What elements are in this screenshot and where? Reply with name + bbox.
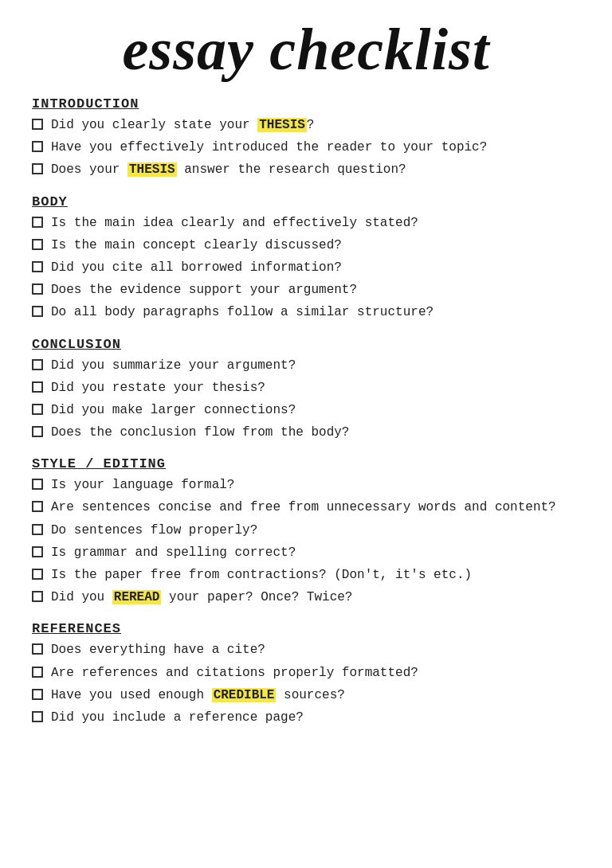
checklist-item-intro-2[interactable]: Have you effectively introduced the read… xyxy=(32,139,580,157)
checklist-item-intro-1[interactable]: Did you clearly state your THESIS? xyxy=(32,116,580,135)
sections-container: INTRODUCTIONDid you clearly state your T… xyxy=(32,96,580,727)
checklist-item-body-3[interactable]: Did you cite all borrowed information? xyxy=(32,259,580,277)
checklist-item-style-2[interactable]: Are sentences concise and free from unne… xyxy=(32,499,580,517)
checkbox-style-6[interactable] xyxy=(32,591,43,602)
checkbox-body-1[interactable] xyxy=(32,217,43,228)
checklist-item-body-5[interactable]: Do all body paragraphs follow a similar … xyxy=(32,303,580,322)
checkbox-conc-2[interactable] xyxy=(32,381,43,393)
checklist-item-conc-2[interactable]: Did you restate your thesis? xyxy=(32,379,580,397)
checklist-item-style-5[interactable]: Is the paper free from contractions? (Do… xyxy=(32,566,580,585)
section-title-style-editing: STYLE / EDITING xyxy=(32,456,166,471)
checklist-references: Does everything have a cite?Are referenc… xyxy=(32,641,580,727)
checklist-conclusion: Did you summarize your argument?Did you … xyxy=(32,357,580,443)
highlight-text: REREAD xyxy=(112,590,162,604)
checklist-item-ref-2[interactable]: Are references and citations properly fo… xyxy=(32,664,580,682)
item-text-body-4: Does the evidence support your argument? xyxy=(51,281,580,299)
checkbox-body-5[interactable] xyxy=(32,306,43,317)
checkbox-style-4[interactable] xyxy=(32,546,43,557)
checkbox-style-3[interactable] xyxy=(32,524,43,535)
checklist-item-ref-4[interactable]: Did you include a reference page? xyxy=(32,709,580,727)
item-text-intro-2: Have you effectively introduced the read… xyxy=(51,139,580,157)
item-text-ref-3: Have you used enough CREDIBLE sources? xyxy=(51,686,580,705)
checkbox-style-1[interactable] xyxy=(32,479,43,490)
section-body: BODYIs the main idea clearly and effecti… xyxy=(32,194,580,323)
checkbox-style-2[interactable] xyxy=(32,501,43,512)
checklist-item-ref-1[interactable]: Does everything have a cite? xyxy=(32,641,580,659)
item-text-style-6: Did you REREAD your paper? Once? Twice? xyxy=(51,588,580,607)
checkbox-intro-1[interactable] xyxy=(32,119,43,130)
checkbox-style-5[interactable] xyxy=(32,569,43,580)
item-text-intro-3: Does your THESIS answer the research que… xyxy=(51,161,580,179)
item-text-style-4: Is grammar and spelling correct? xyxy=(51,544,580,562)
section-title-references: REFERENCES xyxy=(32,621,121,636)
page-title: essay checklist xyxy=(32,16,580,84)
checkbox-conc-1[interactable] xyxy=(32,359,43,370)
checkbox-conc-3[interactable] xyxy=(32,404,43,415)
checkbox-body-4[interactable] xyxy=(32,283,43,295)
checkbox-intro-3[interactable] xyxy=(32,163,43,174)
item-text-style-2: Are sentences concise and free from unne… xyxy=(51,499,580,517)
highlight-text: CREDIBLE xyxy=(212,688,277,702)
checkbox-ref-3[interactable] xyxy=(32,689,43,700)
checkbox-conc-4[interactable] xyxy=(32,426,43,437)
section-conclusion: CONCLUSIONDid you summarize your argumen… xyxy=(32,337,580,443)
item-text-ref-2: Are references and citations properly fo… xyxy=(51,664,580,682)
checklist-item-ref-3[interactable]: Have you used enough CREDIBLE sources? xyxy=(32,686,580,705)
item-text-style-5: Is the paper free from contractions? (Do… xyxy=(51,566,580,585)
checklist-item-style-1[interactable]: Is your language formal? xyxy=(32,476,580,495)
checklist-introduction: Did you clearly state your THESIS?Have y… xyxy=(32,116,580,180)
item-text-conc-3: Did you make larger connections? xyxy=(51,401,580,420)
checklist-item-style-3[interactable]: Do sentences flow properly? xyxy=(32,522,580,540)
checklist-item-style-6[interactable]: Did you REREAD your paper? Once? Twice? xyxy=(32,588,580,607)
item-text-ref-4: Did you include a reference page? xyxy=(51,709,580,727)
section-title-conclusion: CONCLUSION xyxy=(32,337,121,352)
checkbox-ref-4[interactable] xyxy=(32,711,43,722)
item-text-body-5: Do all body paragraphs follow a similar … xyxy=(51,303,580,322)
checklist-body: Is the main idea clearly and effectively… xyxy=(32,214,580,323)
page-container: essay checklist INTRODUCTIONDid you clea… xyxy=(32,16,580,727)
checkbox-body-3[interactable] xyxy=(32,261,43,272)
section-introduction: INTRODUCTIONDid you clearly state your T… xyxy=(32,96,580,180)
item-text-conc-2: Did you restate your thesis? xyxy=(51,379,580,397)
item-text-body-2: Is the main concept clearly discussed? xyxy=(51,237,580,255)
item-text-intro-1: Did you clearly state your THESIS? xyxy=(51,116,580,135)
item-text-ref-1: Does everything have a cite? xyxy=(51,641,580,659)
checkbox-body-2[interactable] xyxy=(32,239,43,250)
item-text-style-1: Is your language formal? xyxy=(51,476,580,495)
checklist-item-intro-3[interactable]: Does your THESIS answer the research que… xyxy=(32,161,580,179)
checklist-item-conc-3[interactable]: Did you make larger connections? xyxy=(32,401,580,420)
section-title-introduction: INTRODUCTION xyxy=(32,96,139,111)
checkbox-ref-2[interactable] xyxy=(32,667,43,678)
item-text-conc-4: Does the conclusion flow from the body? xyxy=(51,424,580,442)
section-title-body: BODY xyxy=(32,194,68,209)
section-style-editing: STYLE / EDITINGIs your language formal?A… xyxy=(32,456,580,607)
item-text-conc-1: Did you summarize your argument? xyxy=(51,357,580,375)
section-references: REFERENCESDoes everything have a cite?Ar… xyxy=(32,621,580,727)
checklist-item-style-4[interactable]: Is grammar and spelling correct? xyxy=(32,544,580,562)
checklist-item-body-1[interactable]: Is the main idea clearly and effectively… xyxy=(32,214,580,233)
checklist-item-body-2[interactable]: Is the main concept clearly discussed? xyxy=(32,237,580,255)
checkbox-intro-2[interactable] xyxy=(32,141,43,152)
checklist-item-body-4[interactable]: Does the evidence support your argument? xyxy=(32,281,580,299)
item-text-style-3: Do sentences flow properly? xyxy=(51,522,580,540)
item-text-body-3: Did you cite all borrowed information? xyxy=(51,259,580,277)
highlight-text: THESIS xyxy=(257,118,307,132)
checklist-style-editing: Is your language formal?Are sentences co… xyxy=(32,476,580,607)
highlight-text: THESIS xyxy=(128,162,177,177)
item-text-body-1: Is the main idea clearly and effectively… xyxy=(51,214,580,233)
checklist-item-conc-1[interactable]: Did you summarize your argument? xyxy=(32,357,580,375)
checklist-item-conc-4[interactable]: Does the conclusion flow from the body? xyxy=(32,424,580,442)
checkbox-ref-1[interactable] xyxy=(32,643,43,655)
